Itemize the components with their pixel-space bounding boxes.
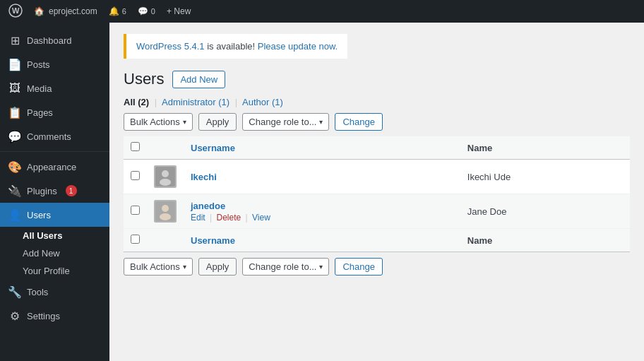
sidebar-item-label: Comments [27,131,71,142]
home-icon: 🏠 [34,6,44,16]
svg-point-7 [160,213,171,220]
avatar-cell [147,160,184,194]
users-icon: 👤 [8,208,21,221]
footer-username-sort-link[interactable]: Username [191,235,235,246]
row-checkbox[interactable] [131,206,140,215]
sidebar-item-label: Tools [27,287,48,297]
settings-icon: ⚙ [8,309,21,322]
bell-icon: 🔔 [109,6,119,16]
footer-avatar-header [147,229,184,252]
user-link-janedoe[interactable]: janedoe [191,201,453,211]
appearance-icon: 🎨 [8,160,21,173]
apply-button-bottom[interactable]: Apply [198,258,237,276]
name-cell: Jane Doe [460,194,630,229]
footer-name-header: Name [460,229,630,252]
toolbar-bottom: Bulk Actions ▾ Apply Change role to... ▾… [124,258,630,276]
bulk-actions-dropdown-top[interactable]: Bulk Actions ▾ [124,113,193,131]
name-cell: Ikechi Ude [460,160,630,194]
username-header: Username [184,136,460,160]
dashboard-icon: ⊞ [8,34,21,47]
footer-checkbox-header [124,229,147,252]
select-all-header [124,136,147,160]
plugins-badge: 1 [66,185,77,196]
row-actions: Edit | Delete | View [191,213,453,223]
avatar [154,165,177,188]
sidebar-item-plugins[interactable]: 🔌 Plugins 1 [0,179,109,203]
comment-icon: 💬 [138,6,148,16]
sidebar: ⊞ Dashboard 📄 Posts 🖼 Media 📋 Pages 💬 Co… [0,23,109,361]
site-name[interactable]: 🏠 eproject.com [34,6,97,16]
sidebar-item-label: Users [27,210,51,220]
plugins-icon: 🔌 [8,184,21,197]
sidebar-item-settings[interactable]: ⚙ Settings [0,304,109,328]
comments-icon: 💬 [8,130,21,143]
update-now-link[interactable]: Please update now. [258,41,338,52]
page-header: Users Add New [124,70,630,88]
sidebar-item-comments[interactable]: 💬 Comments [0,124,109,148]
toolbar-top: Bulk Actions ▾ Apply Change role to... ▾… [124,113,630,131]
svg-point-4 [160,179,171,186]
sidebar-item-dashboard[interactable]: ⊞ Dashboard [0,28,109,52]
wp-logo-icon: W [8,4,23,20]
sidebar-item-appearance[interactable]: 🎨 Appearance [0,155,109,179]
sidebar-item-label: Pages [27,107,53,118]
filter-author[interactable]: Author (1) [242,97,283,107]
sidebar-item-posts[interactable]: 📄 Posts [0,52,109,76]
username-sort-link[interactable]: Username [191,143,235,153]
users-table: Username Name [124,136,630,252]
filter-all[interactable]: All (2) [124,97,149,107]
table-row: Ikechi Ikechi Ude [124,160,630,194]
notifications-item[interactable]: 🔔 6 [109,6,126,16]
change-role-dropdown-bottom[interactable]: Change role to... ▾ [242,258,329,276]
submenu-your-profile[interactable]: Your Profile [23,262,109,280]
user-link-ikechi[interactable]: Ikechi [191,172,453,182]
change-button-top[interactable]: Change [335,113,383,131]
add-new-button[interactable]: Add New [172,71,225,88]
table-row: janedoe Edit | Delete | View Jane Doe [124,194,630,229]
comments-item[interactable]: 💬 0 [138,6,155,16]
sidebar-item-media[interactable]: 🖼 Media [0,76,109,100]
posts-icon: 📄 [8,58,21,71]
row-checkbox-cell [124,160,147,194]
username-cell: Ikechi [184,160,460,194]
page-title: Users [124,70,164,88]
wp-version-link[interactable]: WordPress 5.4.1 [136,41,205,52]
sidebar-item-label: Posts [27,59,50,70]
change-role-dropdown-top[interactable]: Change role to... ▾ [242,113,329,131]
main-content: WordPress 5.4.1 is available! Please upd… [109,23,644,361]
footer-username-header: Username [184,229,460,252]
delete-link[interactable]: Delete [217,213,242,223]
select-all-checkbox[interactable] [131,142,140,151]
update-notice: WordPress 5.4.1 is available! Please upd… [124,34,347,59]
change-button-bottom[interactable]: Change [335,258,383,276]
sidebar-item-label: Appearance [27,162,76,172]
sidebar-item-pages[interactable]: 📋 Pages [0,100,109,124]
filter-administrator[interactable]: Administrator (1) [162,97,229,107]
divider-1 [0,151,109,152]
sidebar-item-label: Plugins [27,186,57,196]
avatar-cell [147,194,184,229]
sidebar-item-tools[interactable]: 🔧 Tools [0,280,109,304]
avatar-header [147,136,184,160]
view-link[interactable]: View [252,213,270,223]
chevron-down-icon-role-bottom: ▾ [319,263,323,271]
tools-icon: 🔧 [8,285,21,298]
chevron-down-icon: ▾ [183,118,186,126]
submenu-add-new[interactable]: Add New [23,244,109,262]
chevron-down-icon-bottom: ▾ [183,263,186,271]
apply-button-top[interactable]: Apply [198,113,237,131]
bulk-actions-dropdown-bottom[interactable]: Bulk Actions ▾ [124,258,193,276]
edit-link[interactable]: Edit [191,213,205,223]
name-header: Name [460,136,630,160]
avatar [154,200,177,223]
media-icon: 🖼 [8,82,21,95]
users-submenu: All Users Add New Your Profile [0,227,109,280]
svg-point-6 [162,205,169,212]
row-checkbox[interactable] [131,171,140,180]
svg-point-3 [162,170,169,177]
new-menu-item[interactable]: + New [167,6,191,16]
footer-select-all-checkbox[interactable] [131,235,140,244]
sidebar-item-users[interactable]: 👤 Users [0,203,109,227]
svg-text:W: W [12,6,20,15]
submenu-all-users[interactable]: All Users [23,227,109,244]
